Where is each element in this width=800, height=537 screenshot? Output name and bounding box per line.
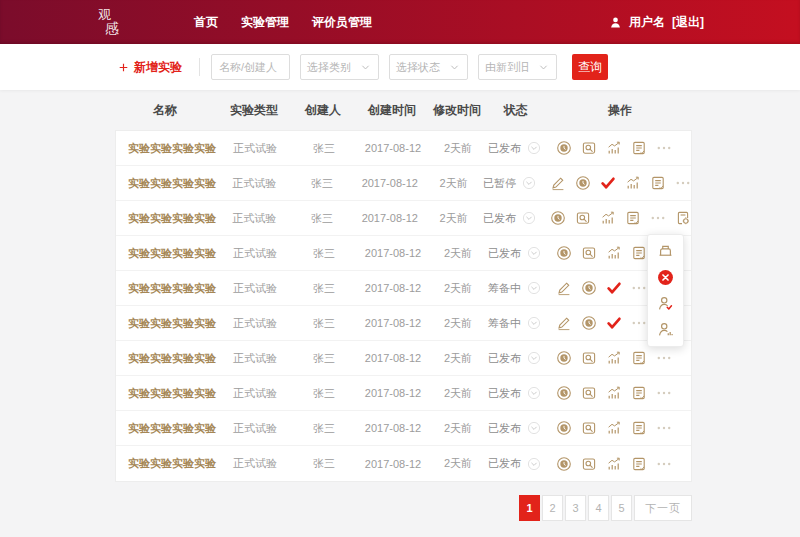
report-icon[interactable] (631, 245, 647, 261)
status-dropdown-icon[interactable] (522, 211, 536, 225)
history-icon[interactable] (556, 350, 572, 366)
history-icon[interactable] (581, 315, 597, 331)
preview-icon[interactable] (581, 420, 597, 436)
more-actions-icon[interactable] (656, 420, 672, 436)
row-actions (543, 175, 691, 191)
table-row: 实验实验实验实验 正式试验 张三 2017-08-12 2天前 已发布 (116, 376, 691, 411)
report-settings-icon[interactable] (675, 210, 691, 226)
statistics-icon[interactable] (606, 140, 622, 156)
history-icon[interactable] (556, 140, 572, 156)
edit-icon[interactable] (556, 280, 572, 296)
delete-icon[interactable] (657, 269, 674, 286)
assign-evaluator-icon[interactable] (657, 295, 674, 312)
statistics-icon[interactable] (606, 456, 622, 472)
statistics-icon[interactable] (606, 385, 622, 401)
more-actions-icon[interactable] (650, 210, 666, 226)
sort-select[interactable]: 由新到旧 (478, 54, 557, 80)
more-actions-icon[interactable] (631, 280, 647, 296)
more-actions-icon[interactable] (656, 140, 672, 156)
statistics-icon[interactable] (606, 245, 622, 261)
table-row: 实验实验实验实验 正式试验 张三 2017-08-12 2天前 已发布 (116, 341, 691, 376)
print-icon[interactable] (657, 243, 674, 260)
history-icon[interactable] (581, 280, 597, 296)
preview-icon[interactable] (581, 385, 597, 401)
nav-item-evaluator-management[interactable]: 评价员管理 (312, 14, 372, 31)
status-dropdown-icon[interactable] (527, 316, 541, 330)
query-button[interactable]: 查询 (572, 54, 608, 80)
history-icon[interactable] (556, 456, 572, 472)
brand-logo-line2: 感 (105, 21, 144, 36)
report-icon[interactable] (631, 350, 647, 366)
search-input[interactable] (211, 54, 290, 80)
preview-icon[interactable] (581, 245, 597, 261)
report-icon[interactable] (631, 385, 647, 401)
more-actions-icon[interactable] (656, 456, 672, 472)
evaluator-stats-icon[interactable] (657, 321, 674, 338)
next-page-button[interactable]: 下一页 (634, 495, 692, 521)
modified-time: 2天前 (432, 351, 484, 366)
status-dropdown-icon[interactable] (527, 281, 541, 295)
category-select[interactable]: 选择类别 (300, 54, 379, 80)
more-actions-icon[interactable] (656, 350, 672, 366)
brand-logo[interactable]: 观 感 (98, 8, 144, 36)
preview-icon[interactable] (581, 456, 597, 472)
preview-icon[interactable] (581, 350, 597, 366)
status-dropdown-icon[interactable] (527, 351, 541, 365)
status-dropdown-icon[interactable] (527, 246, 541, 260)
experiment-type: 正式试验 (216, 386, 294, 401)
approve-check-icon[interactable] (600, 175, 616, 191)
status-dropdown-icon[interactable] (527, 386, 541, 400)
experiment-name: 实验实验实验实验 (116, 421, 216, 436)
status-dropdown-icon[interactable] (527, 421, 541, 435)
creator: 张三 (294, 456, 354, 471)
nav-item-home[interactable]: 首页 (194, 14, 218, 31)
logout-link[interactable]: [退出] (672, 14, 704, 31)
row-actions (549, 350, 691, 366)
report-icon[interactable] (625, 210, 641, 226)
statistics-icon[interactable] (606, 350, 622, 366)
creator: 张三 (294, 141, 354, 156)
user-menu[interactable]: 用户名 [退出] (609, 14, 704, 31)
statistics-icon[interactable] (625, 175, 641, 191)
page-button[interactable]: 2 (542, 495, 563, 521)
edit-icon[interactable] (556, 315, 572, 331)
edit-icon[interactable] (550, 175, 566, 191)
modified-time: 2天前 (432, 316, 484, 331)
experiment-type: 正式试验 (216, 281, 294, 296)
history-icon[interactable] (550, 210, 566, 226)
status-dropdown-icon[interactable] (522, 176, 536, 190)
statistics-icon[interactable] (606, 420, 622, 436)
approve-check-icon[interactable] (606, 280, 622, 296)
add-experiment-button[interactable]: 新增实验 (118, 59, 182, 76)
experiment-type: 正式试验 (216, 141, 294, 156)
experiment-name: 实验实验实验实验 (116, 386, 216, 401)
status-select[interactable]: 选择状态 (389, 54, 468, 80)
report-icon[interactable] (631, 420, 647, 436)
preview-icon[interactable] (581, 140, 597, 156)
history-icon[interactable] (556, 420, 572, 436)
page-button[interactable]: 3 (565, 495, 586, 521)
preview-icon[interactable] (575, 210, 591, 226)
nav-item-experiment-management[interactable]: 实验管理 (241, 14, 289, 31)
column-actions: 操作 (548, 102, 692, 119)
approve-check-icon[interactable] (606, 315, 622, 331)
more-actions-icon[interactable] (631, 315, 647, 331)
creator: 张三 (294, 316, 354, 331)
page-button[interactable]: 5 (611, 495, 632, 521)
status-dropdown-icon[interactable] (527, 457, 541, 471)
status-dropdown-icon[interactable] (527, 141, 541, 155)
history-icon[interactable] (575, 175, 591, 191)
statistics-icon[interactable] (600, 210, 616, 226)
more-actions-icon[interactable] (656, 385, 672, 401)
report-icon[interactable] (650, 175, 666, 191)
page-button[interactable]: 1 (519, 495, 540, 521)
more-actions-icon[interactable] (675, 175, 691, 191)
history-icon[interactable] (556, 245, 572, 261)
report-icon[interactable] (631, 140, 647, 156)
modified-time: 2天前 (432, 281, 484, 296)
report-icon[interactable] (631, 456, 647, 472)
page-button[interactable]: 4 (588, 495, 609, 521)
history-icon[interactable] (556, 385, 572, 401)
status-cell: 已发布 (484, 141, 549, 156)
creator: 张三 (294, 386, 354, 401)
